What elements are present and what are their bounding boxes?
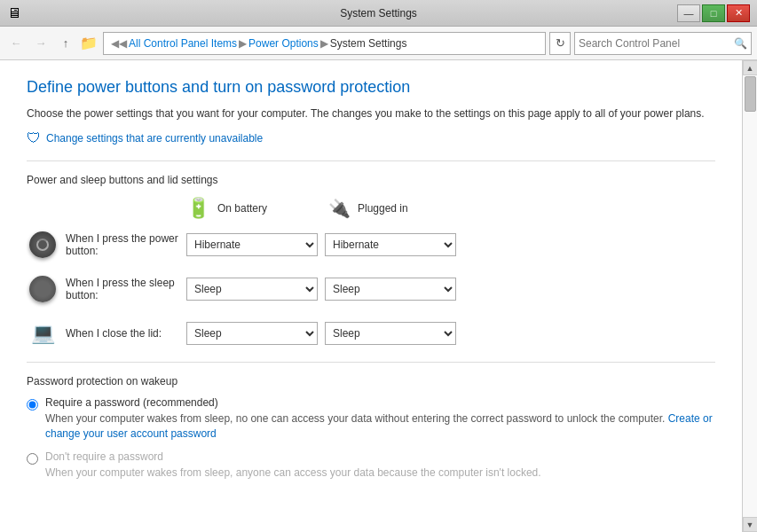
app-icon: 🖥 [7, 5, 21, 21]
close-button[interactable]: ✕ [727, 4, 750, 22]
change-settings-link[interactable]: 🛡 Change settings that are currently una… [27, 130, 715, 146]
col-header-battery: 🔋 On battery [186, 197, 328, 220]
sleep-button-selects: Sleep Do nothing Hibernate Shut down Tur… [186, 278, 456, 301]
sleep-button-plugged-select[interactable]: Sleep Do nothing Hibernate Shut down Tur… [325, 278, 456, 301]
require-password-desc: When your computer wakes from sleep, no … [45, 412, 713, 440]
shield-icon: 🛡 [27, 130, 41, 146]
search-icon: 🔍 [734, 37, 747, 50]
require-password-option: Require a password (recommended) When yo… [27, 396, 715, 442]
power-section-label: Power and sleep buttons and lid settings [27, 174, 715, 186]
address-bar: ← → ↑ 📁 ◀◀ All Control Panel Items ▶ Pow… [0, 27, 757, 60]
sleep-circle-icon [29, 276, 56, 302]
sleep-button-row: When I press the sleep button: Sleep Do … [27, 273, 715, 305]
address-path[interactable]: ◀◀ All Control Panel Items ▶ Power Optio… [103, 32, 546, 55]
path-control-panel[interactable]: All Control Panel Items [129, 37, 237, 50]
scroll-down-arrow[interactable]: ▼ [743, 517, 758, 532]
require-password-content: Require a password (recommended) When yo… [45, 396, 715, 442]
sleep-button-icon [27, 273, 59, 305]
no-password-radio[interactable] [27, 453, 38, 465]
create-password-link[interactable]: Create or change your user account passw… [45, 412, 713, 440]
power-button-battery-select[interactable]: Hibernate Do nothing Sleep Shut down Tur… [186, 233, 318, 256]
maximize-button[interactable]: □ [702, 4, 725, 22]
search-input[interactable] [579, 37, 734, 50]
sleep-button-label: When I press the sleep button: [66, 277, 186, 301]
power-button-row: When I press the power button: Hibernate… [27, 229, 715, 261]
nav-icon: 📁 [80, 35, 98, 51]
plugged-icon: 🔌 [328, 198, 351, 219]
sleep-button-battery-select[interactable]: Sleep Do nothing Hibernate Shut down Tur… [186, 278, 318, 301]
page-title: Define power buttons and turn on passwor… [27, 78, 715, 97]
require-password-label: Require a password (recommended) [45, 396, 715, 409]
power-circle-icon [29, 231, 56, 258]
window-title: System Settings [340, 7, 417, 20]
content-area: Define power buttons and turn on passwor… [0, 60, 742, 532]
up-button[interactable]: ↑ [55, 33, 76, 54]
no-password-option: Don't require a password When your compu… [27, 450, 715, 481]
no-password-desc: When your computer wakes from sleep, any… [45, 466, 541, 479]
scroll-thumb[interactable] [745, 76, 756, 112]
forward-button[interactable]: → [30, 33, 51, 54]
power-button-label: When I press the power button: [66, 232, 186, 257]
lid-label: When I close the lid: [66, 327, 186, 340]
scrollbar[interactable]: ▲ ▼ [742, 60, 757, 532]
password-section: Password protection on wakeup Require a … [27, 375, 715, 480]
no-password-label: Don't require a password [45, 450, 541, 463]
battery-icon: 🔋 [186, 197, 210, 220]
lid-selects: Sleep Do nothing Hibernate Shut down Tur… [186, 322, 456, 345]
path-power-options[interactable]: Power Options [248, 37, 319, 50]
power-button-plugged-select[interactable]: Hibernate Do nothing Sleep Shut down Tur… [325, 233, 456, 256]
title-bar: 🖥 System Settings — □ ✕ [0, 0, 757, 27]
divider-middle [27, 362, 715, 363]
title-bar-left: 🖥 [7, 5, 21, 21]
description: Choose the power settings that you want … [27, 106, 715, 121]
search-box: 🔍 [574, 32, 752, 55]
scroll-track[interactable] [743, 75, 757, 517]
lid-plugged-select[interactable]: Sleep Do nothing Hibernate Shut down Tur… [325, 322, 456, 345]
back-button[interactable]: ← [5, 33, 27, 54]
main-layout: Define power buttons and turn on passwor… [0, 60, 757, 532]
scroll-up-arrow[interactable]: ▲ [743, 60, 758, 75]
divider-top [27, 160, 715, 161]
refresh-button[interactable]: ↻ [549, 32, 571, 55]
power-button-icon [27, 229, 59, 261]
col-battery-label: On battery [217, 202, 267, 215]
col-plugged-label: Plugged in [358, 202, 408, 215]
lid-battery-select[interactable]: Sleep Do nothing Hibernate Shut down Tur… [186, 322, 318, 345]
col-header-plugged: 🔌 Plugged in [328, 197, 470, 220]
lid-row: 💻 When I close the lid: Sleep Do nothing… [27, 317, 715, 349]
power-button-selects: Hibernate Do nothing Sleep Shut down Tur… [186, 233, 456, 256]
minimize-button[interactable]: — [677, 4, 700, 22]
no-password-content: Don't require a password When your compu… [45, 450, 541, 481]
grid-header: 🔋 On battery 🔌 Plugged in [186, 197, 715, 220]
lid-icon: 💻 [27, 317, 59, 349]
password-section-title: Password protection on wakeup [27, 375, 715, 387]
path-current: System Settings [330, 37, 407, 50]
require-password-radio[interactable] [27, 399, 38, 411]
title-bar-controls: — □ ✕ [677, 4, 750, 22]
